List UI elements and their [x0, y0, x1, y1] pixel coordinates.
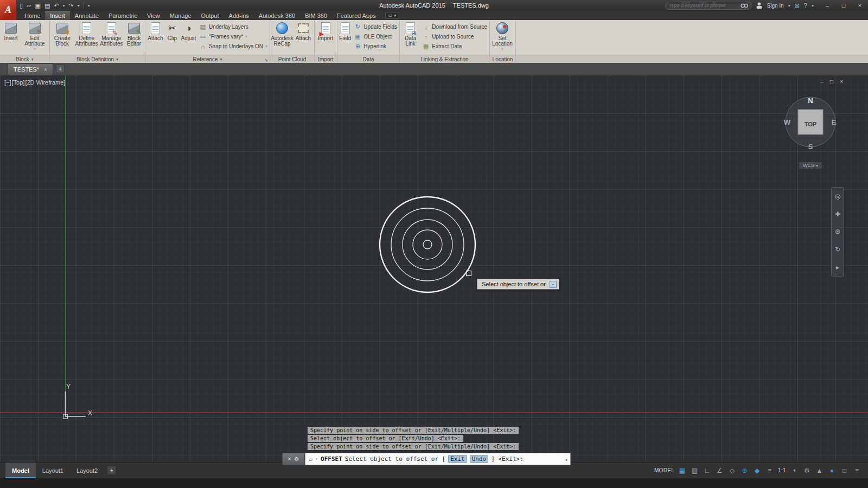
autodesk-recap-button[interactable]: Autodesk ReCap [271, 21, 293, 47]
exchange-apps-icon[interactable]: ⊠ [795, 2, 800, 9]
command-input[interactable]: ▱ ▾ OFFSET Select object to offset or [ … [305, 453, 571, 465]
manage-attributes-button[interactable]: ✎ Manage Attributes [99, 21, 124, 47]
clip-button[interactable]: ✂ Clip [165, 21, 180, 41]
doc-restore-icon[interactable]: □ [830, 79, 833, 85]
snap-mode-icon[interactable]: ▥ [689, 465, 700, 476]
field-button[interactable]: Field [338, 21, 352, 41]
tab-layout2[interactable]: Layout2 [70, 463, 104, 478]
redo-dropdown-icon[interactable]: ▾ [78, 3, 80, 8]
panel-title-location[interactable]: Location [490, 55, 515, 63]
underlay-layers-button[interactable]: ▤ Underlay Layers [199, 23, 267, 31]
polar-tracking-icon[interactable]: ∠ [714, 465, 725, 476]
define-attributes-button[interactable]: Define Attributes [74, 21, 99, 47]
tab-layout1[interactable]: Layout1 [36, 463, 70, 478]
circle-entity[interactable] [391, 208, 464, 281]
tab-annotate[interactable]: Annotate [70, 11, 104, 20]
create-block-button[interactable]: ✱ Create Block [50, 21, 74, 47]
orbit-icon[interactable]: ↻ [835, 246, 840, 253]
search-input[interactable] [669, 3, 738, 8]
viewcube[interactable]: TOP N W E S [782, 94, 839, 151]
circle-entity-outer[interactable] [380, 197, 475, 292]
panel-title-reference[interactable]: Reference ▾ ↘ [145, 55, 270, 63]
viewcube-west[interactable]: W [784, 118, 791, 126]
tab-view[interactable]: View [142, 11, 165, 20]
circle-entity[interactable] [413, 230, 442, 259]
annotation-scale-caret-icon[interactable]: ▾ [793, 468, 795, 473]
block-editor-button[interactable]: ✎ Block Editor [124, 21, 144, 47]
panel-title-point-cloud[interactable]: Point Cloud [270, 55, 314, 63]
viewcube-south[interactable]: S [808, 143, 813, 151]
tab-output[interactable]: Output [196, 11, 224, 20]
lineweight-icon[interactable]: ≡ [764, 465, 775, 476]
viewport-menu-control[interactable]: [−] [4, 79, 11, 86]
search-icon[interactable] [741, 3, 748, 9]
tab-model[interactable]: Model [5, 463, 36, 478]
file-tab-testes[interactable]: TESTES* × [8, 63, 53, 75]
attach-button[interactable]: Attach [146, 21, 165, 41]
save-file-icon[interactable]: ▣ [35, 2, 41, 9]
ole-object-button[interactable]: ▣ OLE Object [354, 33, 397, 41]
tab-addins[interactable]: Add-ins [224, 11, 254, 20]
panel-title-linking-extraction[interactable]: Linking & Extraction [400, 55, 489, 63]
download-from-source-button[interactable]: ↓ Download from Source [422, 23, 487, 31]
adjust-button[interactable]: ◑ Adjust [180, 21, 197, 41]
tab-parametric[interactable]: Parametric [104, 11, 142, 20]
tab-manage[interactable]: Manage [165, 11, 196, 20]
file-tab-close-icon[interactable]: × [44, 67, 47, 73]
viewport-view-control[interactable]: [Top] [12, 79, 25, 86]
window-close-button[interactable]: × [852, 0, 868, 11]
edit-attribute-button[interactable]: ✎ Edit Attribute ▾ [21, 21, 48, 52]
frames-dropdown[interactable]: ▭ *Frames vary* ▾ [199, 33, 267, 41]
customization-menu-icon[interactable]: ≡ [851, 465, 863, 476]
tab-insert[interactable]: Insert [45, 11, 70, 20]
graphics-performance-icon[interactable]: ● [826, 465, 838, 476]
tab-bim360[interactable]: BIM 360 [300, 11, 332, 20]
open-file-icon[interactable]: ▱ [27, 2, 31, 9]
command-line-grip[interactable]: × ⚙ [282, 453, 305, 465]
command-customize-icon[interactable]: ⚙ [294, 456, 299, 462]
clean-screen-icon[interactable]: □ [839, 465, 850, 476]
zoom-icon[interactable]: ⊕ [835, 228, 840, 235]
import-button[interactable]: ▶ Import [315, 21, 336, 41]
application-menu-button[interactable]: A [0, 0, 16, 20]
window-restore-button[interactable]: □ [835, 0, 852, 11]
window-minimize-button[interactable]: – [819, 0, 835, 11]
new-file-icon[interactable]: ▯ [20, 2, 23, 9]
doc-minimize-icon[interactable]: – [821, 79, 824, 85]
viewcube-north[interactable]: N [808, 97, 813, 105]
showmotion-icon[interactable]: ▸ [836, 264, 839, 271]
circle-entity[interactable] [423, 240, 432, 249]
sign-in-dropdown-icon[interactable]: ▾ [788, 3, 790, 8]
dialog-launcher-icon[interactable]: ↘ [264, 57, 268, 62]
panel-title-data[interactable]: Data [337, 55, 399, 63]
annotation-scale-button[interactable]: 1:1 [776, 465, 788, 476]
new-layout-button[interactable]: + [107, 466, 116, 474]
command-option-undo[interactable]: Undo [470, 455, 489, 463]
viewport-visual-style-control[interactable]: [2D Wireframe] [25, 79, 65, 86]
set-location-button[interactable]: Set Location ▾ [490, 21, 514, 52]
attach-point-cloud-button[interactable]: Attach [293, 21, 313, 41]
help-icon[interactable]: ? [804, 2, 807, 9]
help-dropdown-icon[interactable]: ▾ [812, 3, 814, 8]
drawing-area[interactable]: Y X [−] [Top] [2D Wireframe] – □ × TOP N [0, 75, 868, 462]
annotation-visibility-icon[interactable]: ▲ [814, 465, 825, 476]
panel-title-block[interactable]: Block ▾ [0, 55, 49, 63]
update-fields-button[interactable]: ↻ Update Fields [354, 23, 397, 31]
undo-dropdown-icon[interactable]: ▾ [63, 3, 65, 8]
tab-autodesk360[interactable]: Autodesk 360 [254, 11, 300, 20]
panel-title-block-definition[interactable]: Block Definition ▾ [50, 55, 145, 63]
ribbon-display-toggle[interactable]: ▭ ▾ [385, 12, 400, 19]
ortho-mode-icon[interactable]: ∟ [701, 465, 713, 476]
grid-display-icon[interactable]: ▦ [676, 465, 688, 476]
workspace-gear-icon[interactable]: ⚙ [801, 465, 813, 476]
tab-home[interactable]: Home [20, 11, 45, 20]
snap-to-underlays-dropdown[interactable]: ∩ Snap to Underlays ON ▾ [199, 42, 267, 50]
model-space-button[interactable]: MODEL [653, 465, 675, 476]
pan-icon[interactable]: ✚ [835, 210, 840, 218]
object-snap-tracking-icon[interactable]: ⊕ [739, 465, 750, 476]
wcs-dropdown[interactable]: WCS ▾ [799, 162, 822, 169]
undo-icon[interactable]: ↶ [54, 2, 59, 9]
qat-customize-icon[interactable]: ▾ [88, 3, 90, 8]
sign-in-button[interactable]: Sign In [767, 3, 783, 9]
insert-block-button[interactable]: Insert [1, 21, 21, 41]
